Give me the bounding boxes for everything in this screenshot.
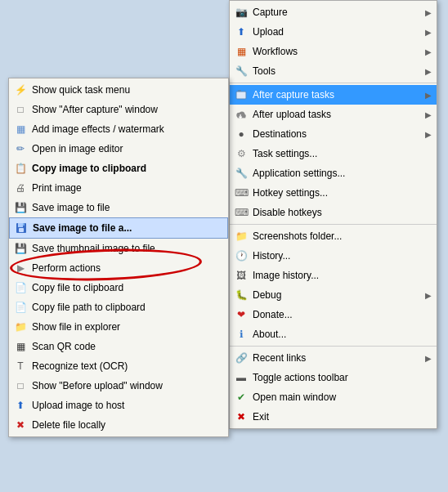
- left-menu-item-show-file-explorer[interactable]: 📁Show file in explorer: [9, 317, 228, 337]
- after-capture-icon: [233, 87, 249, 102]
- left-menu-item-copy-file-clipboard[interactable]: 📄Copy file to clipboard: [9, 278, 228, 297]
- copy-image-icon: 📋: [12, 161, 29, 176]
- menu-label-recognize-text: Recognize text (OCR): [32, 360, 223, 372]
- donate-icon: ❤: [233, 307, 249, 322]
- show-capture-icon: □: [12, 102, 29, 117]
- left-menu-item-save-thumbnail[interactable]: 💾Save thumbnail image to file: [9, 239, 228, 258]
- menu-label-destinations: Destinations: [253, 128, 425, 140]
- menu-label-open-main-window: Open main window: [253, 391, 432, 403]
- right-menu-item-image-history[interactable]: 🖼Image history...: [230, 266, 437, 285]
- tools-icon: 🔧: [233, 64, 249, 78]
- destinations-icon: ●: [233, 127, 249, 141]
- right-menu-item-open-main-window[interactable]: ✔Open main window: [230, 387, 437, 407]
- right-menu-item-capture[interactable]: 📷Capture▶: [230, 2, 437, 22]
- left-menu-item-save-image-file-as[interactable]: Save image to file a...: [9, 217, 228, 239]
- submenu-arrow-tools: ▶: [425, 67, 432, 76]
- submenu-arrow-capture: ▶: [425, 8, 432, 17]
- debug-icon: 🐛: [233, 288, 249, 302]
- left-menu-item-add-image-effects[interactable]: ▦Add image effects / watermark: [9, 119, 228, 139]
- qr-icon: ▦: [12, 339, 29, 354]
- before-upload-icon: □: [12, 378, 29, 393]
- separator: [230, 224, 437, 225]
- left-menu-item-delete-file[interactable]: ✖Delete file locally: [9, 415, 228, 435]
- left-menu-item-scan-qr[interactable]: ▦Scan QR code: [9, 337, 228, 356]
- menu-label-add-image-effects: Add image effects / watermark: [32, 123, 223, 135]
- submenu-arrow-workflows: ▶: [425, 47, 432, 56]
- right-menu-item-screenshots-folder[interactable]: 📁Screenshots folder...: [230, 226, 437, 246]
- right-menu-item-task-settings[interactable]: ⚙Task settings...: [230, 144, 437, 163]
- menu-label-debug: Debug: [253, 289, 425, 301]
- right-menu-item-after-upload-tasks[interactable]: After upload tasks▶: [230, 105, 437, 124]
- submenu-arrow-upload: ▶: [425, 28, 432, 37]
- save-thumb-icon: 💾: [12, 241, 29, 256]
- menu-label-hotkey-settings: Hotkey settings...: [253, 187, 432, 199]
- separator: [230, 83, 437, 83]
- show-explorer-icon: 📁: [12, 320, 29, 334]
- svg-rect-9: [23, 223, 25, 226]
- right-menu-item-debug[interactable]: 🐛Debug▶: [230, 285, 437, 305]
- menu-label-show-after-capture: Show "After capture" window: [32, 104, 223, 115]
- left-menu-item-upload-image-host[interactable]: ⬆Upload image to host: [9, 396, 228, 415]
- ocr-icon: T: [12, 359, 29, 373]
- task-settings-icon: ⚙: [233, 146, 249, 161]
- svg-rect-7: [18, 223, 23, 227]
- save-file-as-icon: [13, 221, 29, 235]
- hotkey-icon: ⌨: [233, 186, 249, 200]
- image-history-icon: 🖼: [233, 268, 249, 283]
- menu-label-save-thumbnail: Save thumbnail image to file: [32, 243, 223, 254]
- right-menu-item-destinations[interactable]: ●Destinations▶: [230, 124, 437, 144]
- right-menu-item-upload[interactable]: ⬆Upload▶: [230, 22, 437, 42]
- submenu-arrow-debug: ▶: [425, 291, 432, 300]
- copy-path-icon: 📄: [12, 300, 29, 315]
- menu-label-perform-actions: Perform actions: [32, 262, 223, 274]
- history-icon: 🕐: [233, 248, 249, 263]
- camera-icon: 📷: [233, 5, 249, 20]
- menu-label-after-capture-tasks: After capture tasks: [253, 89, 425, 101]
- image-effects-icon: ▦: [12, 122, 29, 136]
- menu-label-history: History...: [253, 250, 432, 262]
- right-menu-item-history[interactable]: 🕐History...: [230, 246, 437, 266]
- right-menu-item-disable-hotkeys[interactable]: ⌨Disable hotkeys: [230, 203, 437, 222]
- left-menu-item-show-quick-task[interactable]: ⚡Show quick task menu: [9, 80, 228, 100]
- menu-label-open-image-editor: Open in image editor: [32, 143, 223, 154]
- svg-rect-0: [236, 92, 246, 99]
- left-context-menu: ⚡Show quick task menu□Show "After captur…: [8, 78, 229, 437]
- svg-rect-8: [19, 228, 24, 232]
- menu-label-print-image: Print image: [32, 182, 223, 194]
- right-menu-item-workflows[interactable]: ▦Workflows▶: [230, 42, 437, 61]
- screenshots-icon: 📁: [233, 229, 249, 244]
- right-context-menu: 📷Capture▶⬆Upload▶▦Workflows▶🔧Tools▶ Afte…: [229, 0, 437, 429]
- left-menu-item-copy-file-path[interactable]: 📄Copy file path to clipboard: [9, 297, 228, 317]
- left-menu-item-save-image-file[interactable]: 💾Save image to file: [9, 198, 228, 217]
- left-menu-item-show-before-upload[interactable]: □Show "Before upload" window: [9, 376, 228, 396]
- right-menu-item-about[interactable]: ℹAbout...: [230, 324, 437, 344]
- left-menu-item-show-after-capture[interactable]: □Show "After capture" window: [9, 100, 228, 119]
- menu-label-about: About...: [253, 329, 432, 340]
- right-menu-item-after-capture-tasks[interactable]: After capture tasks▶: [230, 85, 437, 105]
- left-menu-item-recognize-text[interactable]: TRecognize text (OCR): [9, 356, 228, 376]
- right-menu-item-hotkey-settings[interactable]: ⌨Hotkey settings...: [230, 183, 437, 203]
- left-menu-item-perform-actions[interactable]: ▶Perform actions: [9, 258, 228, 278]
- menu-label-delete-file: Delete file locally: [32, 419, 223, 431]
- left-menu-item-open-image-editor[interactable]: ✏Open in image editor: [9, 139, 228, 159]
- svg-rect-1: [238, 90, 241, 92]
- right-menu-item-app-settings[interactable]: 🔧Application settings...: [230, 163, 437, 183]
- menu-label-save-image-file: Save image to file: [32, 202, 223, 213]
- right-menu-item-toggle-toolbar[interactable]: ▬Toggle actions toolbar: [230, 368, 437, 387]
- about-icon: ℹ: [233, 327, 249, 342]
- upload-icon: ⬆: [233, 25, 249, 39]
- left-menu-item-copy-image-clipboard[interactable]: 📋Copy image to clipboard: [9, 159, 228, 178]
- menu-label-save-image-file-as: Save image to file a...: [33, 222, 222, 234]
- menu-label-app-settings: Application settings...: [253, 168, 432, 179]
- save-file-icon: 💾: [12, 200, 29, 215]
- left-menu-item-print-image[interactable]: 🖨Print image: [9, 178, 228, 198]
- delete-icon: ✖: [12, 418, 29, 432]
- print-icon: 🖨: [12, 181, 29, 195]
- disable-icon: ⌨: [233, 205, 249, 220]
- submenu-arrow-after-upload-tasks: ▶: [425, 110, 432, 119]
- right-menu-item-recent-links[interactable]: 🔗Recent links▶: [230, 348, 437, 368]
- right-menu-item-tools[interactable]: 🔧Tools▶: [230, 61, 437, 81]
- right-menu-item-donate[interactable]: ❤Donate...: [230, 305, 437, 324]
- after-upload-icon: [233, 107, 249, 122]
- right-menu-item-exit[interactable]: ✖Exit: [230, 407, 437, 427]
